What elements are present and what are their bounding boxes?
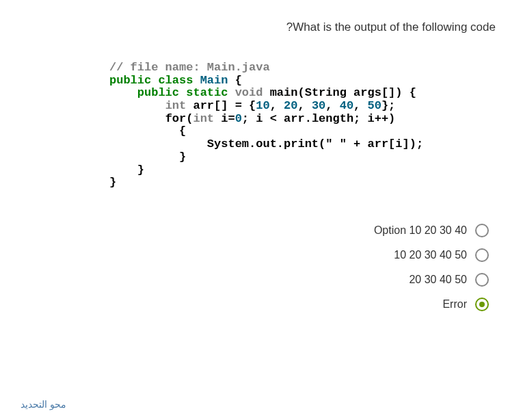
brace: { <box>179 124 186 137</box>
brace: } <box>179 150 186 163</box>
code-comment: // file name: Main.java <box>109 61 270 74</box>
zero: 0 <box>235 112 242 125</box>
kw-void: void <box>235 86 263 99</box>
num: 30 <box>312 99 325 112</box>
radio-button[interactable] <box>475 298 489 311</box>
radio-button[interactable] <box>475 248 489 262</box>
brackets: [] <box>214 99 228 112</box>
option-label: 20 30 40 50 <box>409 274 467 286</box>
kw-int: int <box>193 112 214 125</box>
option-label: Option 10 20 30 40 <box>374 224 467 237</box>
main-method: main(String args <box>270 86 381 99</box>
option-row[interactable]: 10 20 30 40 50 <box>21 248 489 262</box>
option-label: Error <box>442 298 467 311</box>
radio-button[interactable] <box>475 273 489 287</box>
num: 50 <box>368 99 381 112</box>
classname: Main <box>200 74 228 87</box>
answer-options: Option 10 20 30 40 10 20 30 40 50 20 30 … <box>21 224 502 311</box>
i-eq: i= <box>214 112 235 125</box>
brace: } <box>137 163 144 176</box>
plus-arr: + arr[i]); <box>347 137 423 150</box>
kw-static: static <box>186 86 228 99</box>
option-row[interactable]: 20 30 40 50 <box>21 273 489 287</box>
sysout: System.out.print( <box>207 137 325 150</box>
brace: { <box>235 74 242 87</box>
option-row[interactable]: Option 10 20 30 40 <box>21 224 489 237</box>
radio-button[interactable] <box>475 224 489 237</box>
code-block: // file name: Main.java public class Mai… <box>109 62 502 189</box>
clear-selection-link[interactable]: محو التحديد <box>21 399 66 410</box>
brace: } <box>109 176 116 189</box>
option-label: 10 20 30 40 50 <box>394 249 467 261</box>
for: for( <box>165 112 193 125</box>
equals: = <box>228 99 249 112</box>
arr-decl: arr <box>193 99 214 112</box>
num: 20 <box>284 99 297 112</box>
num: 40 <box>340 99 353 112</box>
kw-public: public <box>137 86 179 99</box>
args-end: []) { <box>381 86 416 99</box>
for-mid: ; i < arr.length; i++) <box>242 112 395 125</box>
kw-public: public <box>109 74 151 87</box>
arr-open: { <box>249 99 256 112</box>
kw-class: class <box>158 74 193 87</box>
num: 10 <box>256 99 269 112</box>
option-row[interactable]: Error <box>21 298 489 311</box>
question-title: ?What is the output of the following cod… <box>21 21 502 34</box>
kw-int: int <box>165 99 187 112</box>
str: " " <box>325 137 347 150</box>
arr-close: }; <box>381 99 395 112</box>
